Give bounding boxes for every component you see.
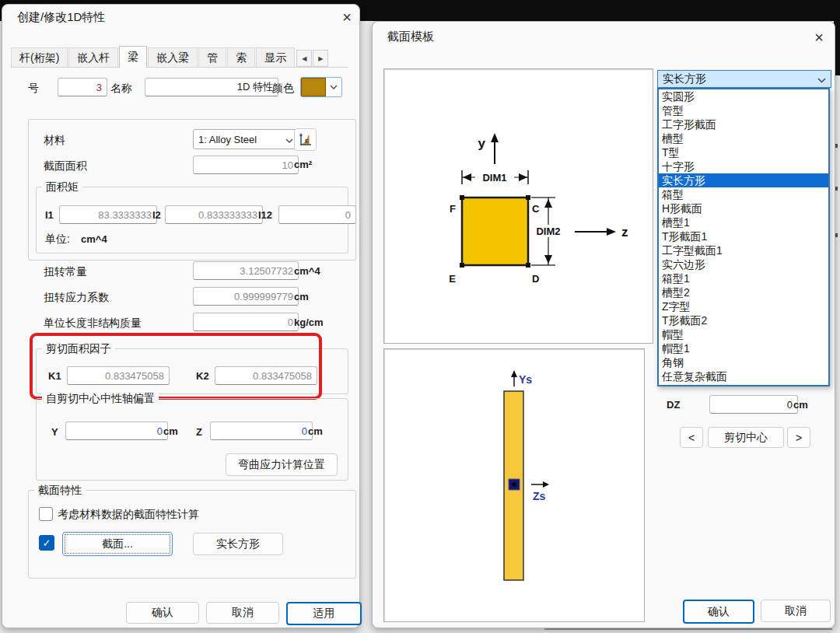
i2-label: I2 [152,209,161,221]
close-icon[interactable]: × [809,27,829,47]
consider-material-checkbox[interactable] [39,507,53,521]
tab-rod-truss[interactable]: 杆(桁架) [11,47,68,67]
offset-z-field[interactable]: 0 [210,421,313,440]
cancel-button[interactable]: 取消 [761,600,831,622]
offset-z-unit: cm [308,425,323,437]
material-label: 材料 [44,134,65,148]
name-value: 1D 特性 [237,80,273,94]
dialog-title: 截面模板 [387,30,434,44]
i1-field[interactable]: 83.3333333 [59,205,157,224]
tab-embedded-beam[interactable]: 嵌入梁 [148,47,198,67]
ok-button[interactable]: 确认 [126,602,199,624]
background-artifact [544,628,832,630]
tab-display[interactable]: 显示 [256,47,295,67]
corner-d-label: D [532,273,539,285]
torsion-constant-field[interactable]: 3.12507732 [193,261,299,280]
material-combobox[interactable]: 1: Alloy Steel [193,129,299,149]
moments-unit-label: 单位: [45,233,70,247]
cancel-button[interactable]: 取消 [206,602,279,624]
nonstructural-mass-label: 单位长度非结构质量 [44,316,142,330]
tab-scroll-left-icon[interactable]: ◀ [296,50,312,67]
apply-button[interactable]: 适用 [286,602,362,625]
tab-cable[interactable]: 索 [227,47,255,67]
dropdown-item[interactable]: 实六边形 [659,257,828,271]
color-swatch [301,78,326,96]
axis-ys-label: Ys [519,373,532,386]
dropdown-item[interactable]: 帽型 [659,327,828,341]
torsion-constant-label: 扭转常量 [44,265,87,279]
i2-field[interactable]: 0.833333333 [165,205,263,224]
property-type-tabs: 杆(桁架) 嵌入杆 梁 嵌入梁 管 索 显示 ◀ ▶ [11,45,348,68]
nonstructural-mass-value: 0 [288,316,293,328]
name-field[interactable]: 1D 特性 [145,78,278,96]
dropdown-item[interactable]: 管型 [659,103,828,117]
background-artifact [835,187,838,191]
shear-center-button[interactable]: 剪切中心 [708,427,784,448]
screen: 创建/修改1D特性 × 杆(桁架) 嵌入杆 梁 嵌入梁 管 索 显示 ◀ ▶ 号… [0,0,840,633]
dropdown-item[interactable]: 实圆形 [659,89,828,103]
dropdown-item[interactable]: 槽型 [659,131,828,145]
torsion-stress-label: 扭转应力系数 [44,291,109,305]
offset-y-value: 0 [157,425,163,437]
offset-group-label: 自剪切中心中性轴偏置 [42,392,159,406]
bending-stress-position-button[interactable]: 弯曲应力计算位置 [226,453,338,476]
dropdown-item-selected[interactable]: 实长方形 [659,173,828,187]
section-enabled-checkbox[interactable]: ✓ [39,535,54,551]
axis-y-label: y [478,136,486,151]
offset-y-field[interactable]: 0 [65,421,168,440]
dropdown-item[interactable]: T形截面2 [659,313,828,327]
dropdown-item[interactable]: Z字型 [659,299,828,313]
material-table-button[interactable]: E [294,128,317,151]
dropdown-item[interactable]: 任意复杂截面 [659,369,828,383]
dropdown-item[interactable]: 帽型1 [659,341,828,355]
tab-beam[interactable]: 梁 [119,46,147,68]
close-icon[interactable]: × [337,7,357,27]
dropdown-item[interactable]: 箱型1 [659,271,828,285]
background-artifact [835,144,838,148]
area-unit: cm² [294,159,312,170]
moments-unit: cm^4 [81,233,107,245]
nonstructural-mass-field[interactable]: 0 [193,313,299,331]
dropdown-item[interactable]: 角钢 [659,355,828,369]
shear-center-prev-button[interactable]: < [680,427,703,448]
tab-embedded-rod[interactable]: 嵌入杆 [68,47,118,67]
dropdown-item[interactable]: 槽型1 [659,215,828,229]
shear-center-next-button[interactable]: > [787,427,810,448]
dropdown-item[interactable]: 工字型截面1 [659,243,828,257]
shape-combobox[interactable]: 实长方形 [657,70,831,88]
corner-f-label: F [450,203,456,215]
consider-material-label: 考虑材料数据的截面特性计算 [58,508,199,522]
dropdown-item[interactable]: 工字形截面 [659,117,828,131]
red-highlight-annotation [30,333,322,400]
corner-e-label: E [449,273,456,285]
svg-text:E: E [305,138,310,145]
tab-pipe[interactable]: 管 [198,47,226,67]
section-button[interactable]: 截面... [62,532,173,556]
i1-label: I1 [45,209,54,221]
dropdown-item[interactable]: 槽型2 [659,285,828,299]
offset-y-label: Y [51,426,58,438]
color-picker[interactable] [300,77,342,97]
ok-button[interactable]: 确认 [683,600,754,624]
dz-label: DZ [667,399,680,411]
dropdown-item[interactable]: T型 [659,145,828,159]
material-value: 1: Alloy Steel [198,134,257,145]
i12-field[interactable]: 0 [278,205,356,224]
tab-scroll-right-icon[interactable]: ▶ [313,50,328,67]
dialog-title: 创建/修改1D特性 [17,10,105,25]
corner-c-label: C [532,203,540,215]
dz-field[interactable]: 0 [709,395,798,414]
torsion-stress-field[interactable]: 0.999999779 [193,287,299,306]
id-field[interactable]: 3 [58,78,107,96]
dropdown-item[interactable]: T形截面1 [659,229,828,243]
dropdown-item[interactable]: H形截面 [659,201,828,215]
material-curve-icon: E [299,133,313,147]
shear-center-diagram-panel: Ys Zs [383,348,645,622]
chevron-down-icon [285,134,293,145]
area-field[interactable]: 10 [193,156,299,174]
shape-name-button[interactable]: 实长方形 [193,533,283,555]
torsion-stress-value: 0.999999779 [234,291,293,303]
dropdown-item[interactable]: 箱型 [659,187,828,201]
torsion-stress-unit: cm [294,291,309,303]
dropdown-item[interactable]: 十字形 [659,159,828,173]
